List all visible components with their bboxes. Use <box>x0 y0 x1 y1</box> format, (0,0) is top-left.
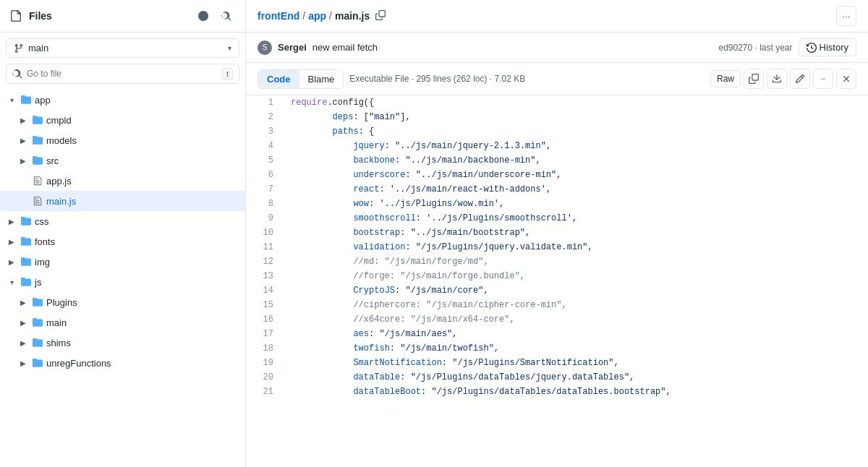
line-code: jquery: "../js/main/jquery-2.1.3.min", <box>282 139 868 153</box>
commit-message: new email fetch <box>312 42 713 53</box>
tree-item-fonts[interactable]: ▶ fonts <box>0 231 245 252</box>
fullscreen-button[interactable] <box>836 69 856 89</box>
tab-blame[interactable]: Blame <box>299 70 344 88</box>
tree-item-img[interactable]: ▶ img <box>0 252 245 272</box>
search-files-button[interactable] <box>216 6 237 26</box>
line-code: paths: { <box>282 124 868 139</box>
line-number: 7 <box>246 182 282 197</box>
tree-item-label: models <box>46 135 77 146</box>
table-row: 10 bootstrap: "../js/main/bootstrap", <box>246 226 868 240</box>
tree-item-cmpld[interactable]: ▶ cmpld <box>0 110 245 130</box>
breadcrumb-frontend[interactable]: frontEnd <box>258 10 299 22</box>
line-code: smoothscroll: '../js/Plugins/smoothscrol… <box>282 211 868 226</box>
file-icon <box>32 175 43 187</box>
code-view[interactable]: 1 require.config({ 2 deps: ["main"], 3 p… <box>246 95 868 467</box>
tree-item-shims[interactable]: ▶ shims <box>0 333 245 353</box>
line-number: 17 <box>246 327 282 341</box>
folder-icon <box>20 215 32 227</box>
file-icon <box>32 195 43 207</box>
chevron-right-icon: ▶ <box>17 114 29 126</box>
tree-item-label: app.js <box>46 176 72 187</box>
search-icon <box>12 69 22 79</box>
line-code: //forge: "/js/main/forge.bundle", <box>282 269 868 283</box>
table-row: 19 SmartNotification: "/js/Plugins/Smart… <box>246 356 868 370</box>
commit-info-bar: S Sergei new email fetch ed90270 · last … <box>246 33 868 63</box>
line-number: 2 <box>246 110 282 124</box>
folder-icon <box>32 357 43 369</box>
more-options-button[interactable]: ··· <box>836 6 856 26</box>
breadcrumb-current: main.js <box>335 10 370 22</box>
chevron-down-icon: ▾ <box>6 94 17 106</box>
tree-item-js[interactable]: ▾ js <box>0 272 245 292</box>
line-code: //ciphercore: "/js/main/cipher-core-min"… <box>282 298 868 312</box>
table-row: 14 CryptoJS: "/js/main/core", <box>246 283 868 298</box>
table-row: 16 //x64core: "/js/main/x64-core", <box>246 312 868 327</box>
tab-code[interactable]: Code <box>258 70 299 88</box>
table-row: 2 deps: ["main"], <box>246 110 868 124</box>
table-row: 15 //ciphercore: "/js/main/cipher-core-m… <box>246 298 868 312</box>
chevron-right-icon: ▶ <box>6 215 17 227</box>
breadcrumb-app[interactable]: app <box>308 10 326 22</box>
more-file-options-button[interactable] <box>813 69 833 89</box>
folder-icon <box>20 236 32 247</box>
tree-item-models[interactable]: ▶ models <box>0 130 245 150</box>
folder-icon <box>20 276 32 288</box>
line-number: 12 <box>246 254 282 269</box>
tree-item-css[interactable]: ▶ css <box>0 211 245 231</box>
chevron-right-icon: ▶ <box>17 296 29 308</box>
copy-content-button[interactable] <box>744 69 764 89</box>
line-number: 13 <box>246 269 282 283</box>
chevron-right-icon: ▶ <box>6 236 17 247</box>
tree-item-main-folder[interactable]: ▶ main <box>0 312 245 333</box>
chevron-right-icon: ▶ <box>17 357 29 369</box>
tree-item-app-js[interactable]: ▶ app.js <box>0 171 245 191</box>
folder-icon <box>32 337 43 348</box>
tree-item-label: Plugins <box>46 297 77 308</box>
breadcrumb-sep-2: / <box>329 10 332 22</box>
line-number: 19 <box>246 356 282 370</box>
line-code: backbone: "../js/main/backbone-min", <box>282 153 868 168</box>
folder-icon <box>32 114 43 126</box>
line-number: 14 <box>246 283 282 298</box>
tree-item-label: main <box>46 317 67 328</box>
commit-hash: ed90270 · last year <box>718 43 792 53</box>
line-code: SmartNotification: "/js/Plugins/SmartNot… <box>282 356 868 370</box>
tree-item-main-js[interactable]: ▶ main.js <box>0 191 245 211</box>
folder-icon <box>32 134 43 146</box>
tree-item-src[interactable]: ▶ src <box>0 150 245 171</box>
tree-item-plugins[interactable]: ▶ Plugins <box>0 292 245 312</box>
branch-selector[interactable]: main ▾ <box>6 38 239 58</box>
add-file-button[interactable] <box>193 6 213 26</box>
tree-item-label: main.js <box>46 196 76 207</box>
toolbar-actions: Raw <box>710 69 856 89</box>
edit-button[interactable] <box>790 69 810 89</box>
search-input[interactable] <box>27 69 218 79</box>
table-row: 6 underscore: "../js/main/underscore-min… <box>246 168 868 182</box>
tree-item-unreg-functions[interactable]: ▶ unregFunctions <box>0 353 245 373</box>
tree-item-label: img <box>35 257 50 267</box>
table-row: 9 smoothscroll: '../js/Plugins/smoothscr… <box>246 211 868 226</box>
history-button[interactable]: History <box>799 38 856 56</box>
search-shortcut: t <box>222 68 233 80</box>
tree-item-app[interactable]: ▾ app <box>0 90 245 110</box>
line-number: 11 <box>246 240 282 254</box>
table-row: 3 paths: { <box>246 124 868 139</box>
table-row: 1 require.config({ <box>246 95 868 110</box>
line-code: validation: "/js/Plugins/jquery.validate… <box>282 240 868 254</box>
folder-icon <box>32 296 43 308</box>
tree-item-label: src <box>46 155 59 166</box>
file-meta: Executable File · 295 lines (262 loc) · … <box>349 74 705 84</box>
line-code: underscore: "../js/main/underscore-min", <box>282 168 868 182</box>
files-icon <box>9 9 23 23</box>
download-button[interactable] <box>767 69 787 89</box>
line-code: require.config({ <box>282 95 868 110</box>
chevron-right-icon: ▶ <box>17 134 29 146</box>
line-number: 8 <box>246 197 282 211</box>
tree-item-label: js <box>35 277 41 288</box>
copy-path-icon[interactable] <box>375 10 386 22</box>
line-code: //x64core: "/js/main/x64-core", <box>282 312 868 327</box>
sidebar-actions <box>193 6 237 26</box>
tree-item-label: cmpld <box>46 115 72 126</box>
tree-item-label: css <box>35 216 49 227</box>
raw-button[interactable]: Raw <box>710 70 741 87</box>
